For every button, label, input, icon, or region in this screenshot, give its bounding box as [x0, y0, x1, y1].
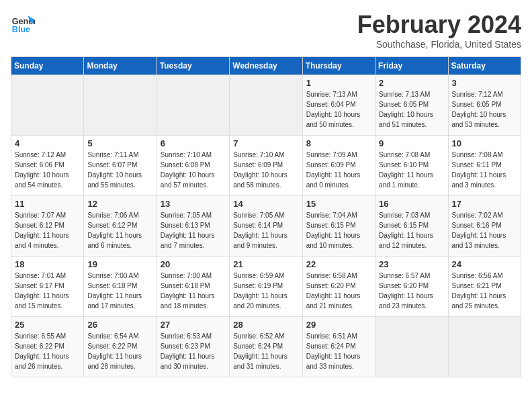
col-wednesday: Wednesday [230, 57, 302, 75]
day-number: 17 [452, 199, 517, 209]
day-number: 1 [306, 78, 371, 88]
day-number: 19 [87, 259, 152, 269]
calendar-cell [11, 75, 84, 136]
day-number: 25 [15, 320, 80, 330]
day-info: Sunrise: 6:59 AM Sunset: 6:19 PM Dayligh… [233, 271, 298, 311]
col-sunday: Sunday [11, 57, 84, 75]
calendar-cell: 9Sunrise: 7:08 AM Sunset: 6:10 PM Daylig… [375, 136, 448, 196]
day-number: 7 [233, 138, 298, 148]
calendar-cell [448, 317, 521, 377]
calendar-cell: 16Sunrise: 7:03 AM Sunset: 6:15 PM Dayli… [375, 196, 448, 257]
calendar-cell: 15Sunrise: 7:04 AM Sunset: 6:15 PM Dayli… [302, 196, 375, 257]
day-number: 13 [161, 199, 226, 209]
calendar-cell: 13Sunrise: 7:05 AM Sunset: 6:13 PM Dayli… [157, 196, 229, 257]
day-info: Sunrise: 6:56 AM Sunset: 6:21 PM Dayligh… [452, 271, 517, 311]
calendar-week-row: 25Sunrise: 6:55 AM Sunset: 6:22 PM Dayli… [11, 317, 521, 377]
day-info: Sunrise: 7:04 AM Sunset: 6:15 PM Dayligh… [306, 210, 371, 250]
day-number: 10 [452, 138, 517, 148]
day-number: 2 [379, 78, 444, 88]
day-number: 23 [379, 259, 444, 269]
calendar-header-row: Sunday Monday Tuesday Wednesday Thursday… [11, 57, 521, 75]
day-info: Sunrise: 6:57 AM Sunset: 6:20 PM Dayligh… [379, 271, 444, 311]
day-info: Sunrise: 7:02 AM Sunset: 6:16 PM Dayligh… [452, 210, 517, 250]
calendar-cell: 25Sunrise: 6:55 AM Sunset: 6:22 PM Dayli… [11, 317, 84, 377]
day-info: Sunrise: 6:53 AM Sunset: 6:23 PM Dayligh… [161, 331, 226, 371]
calendar-cell [157, 75, 229, 136]
day-info: Sunrise: 6:51 AM Sunset: 6:24 PM Dayligh… [306, 331, 371, 371]
day-info: Sunrise: 6:52 AM Sunset: 6:24 PM Dayligh… [233, 331, 298, 371]
calendar-week-row: 11Sunrise: 7:07 AM Sunset: 6:12 PM Dayli… [11, 196, 521, 257]
calendar-cell: 1Sunrise: 7:13 AM Sunset: 6:04 PM Daylig… [302, 75, 375, 136]
day-number: 18 [15, 259, 80, 269]
day-number: 28 [233, 320, 298, 330]
day-info: Sunrise: 7:08 AM Sunset: 6:10 PM Dayligh… [379, 150, 444, 190]
calendar-cell: 29Sunrise: 6:51 AM Sunset: 6:24 PM Dayli… [302, 317, 375, 377]
calendar-cell: 27Sunrise: 6:53 AM Sunset: 6:23 PM Dayli… [157, 317, 229, 377]
day-number: 8 [306, 138, 371, 148]
calendar-cell: 8Sunrise: 7:09 AM Sunset: 6:09 PM Daylig… [302, 136, 375, 196]
calendar-cell [375, 317, 448, 377]
day-number: 22 [306, 259, 371, 269]
day-number: 14 [233, 199, 298, 209]
day-number: 9 [379, 138, 444, 148]
calendar-cell: 10Sunrise: 7:08 AM Sunset: 6:11 PM Dayli… [448, 136, 521, 196]
day-info: Sunrise: 7:13 AM Sunset: 6:05 PM Dayligh… [379, 89, 444, 130]
calendar-cell: 26Sunrise: 6:54 AM Sunset: 6:22 PM Dayli… [84, 317, 157, 377]
day-info: Sunrise: 6:54 AM Sunset: 6:22 PM Dayligh… [87, 331, 152, 371]
day-info: Sunrise: 7:05 AM Sunset: 6:14 PM Dayligh… [233, 210, 298, 250]
calendar-cell: 11Sunrise: 7:07 AM Sunset: 6:12 PM Dayli… [11, 196, 84, 257]
title-area: February 2024 Southchase, Florida, Unite… [357, 11, 521, 50]
calendar-cell: 17Sunrise: 7:02 AM Sunset: 6:16 PM Dayli… [448, 196, 521, 257]
day-info: Sunrise: 7:01 AM Sunset: 6:17 PM Dayligh… [15, 271, 80, 311]
col-thursday: Thursday [302, 57, 375, 75]
day-info: Sunrise: 7:12 AM Sunset: 6:05 PM Dayligh… [452, 89, 517, 130]
day-number: 4 [15, 138, 80, 148]
calendar-cell: 2Sunrise: 7:13 AM Sunset: 6:05 PM Daylig… [375, 75, 448, 136]
col-friday: Friday [375, 57, 448, 75]
calendar-cell: 4Sunrise: 7:12 AM Sunset: 6:06 PM Daylig… [11, 136, 84, 196]
day-number: 5 [87, 138, 152, 148]
calendar-cell: 5Sunrise: 7:11 AM Sunset: 6:07 PM Daylig… [84, 136, 157, 196]
day-number: 15 [306, 199, 371, 209]
day-info: Sunrise: 7:13 AM Sunset: 6:04 PM Dayligh… [306, 89, 371, 130]
calendar-week-row: 18Sunrise: 7:01 AM Sunset: 6:17 PM Dayli… [11, 257, 521, 317]
calendar-cell: 21Sunrise: 6:59 AM Sunset: 6:19 PM Dayli… [230, 257, 302, 317]
calendar-cell [230, 75, 302, 136]
day-info: Sunrise: 7:08 AM Sunset: 6:11 PM Dayligh… [452, 150, 517, 190]
logo: General Blue [11, 11, 35, 35]
svg-text:Blue: Blue [12, 25, 30, 34]
day-number: 24 [452, 259, 517, 269]
day-number: 26 [87, 320, 152, 330]
day-info: Sunrise: 6:58 AM Sunset: 6:20 PM Dayligh… [306, 271, 371, 311]
calendar-cell: 6Sunrise: 7:10 AM Sunset: 6:08 PM Daylig… [157, 136, 229, 196]
calendar-cell: 28Sunrise: 6:52 AM Sunset: 6:24 PM Dayli… [230, 317, 302, 377]
day-number: 20 [161, 259, 226, 269]
day-info: Sunrise: 7:07 AM Sunset: 6:12 PM Dayligh… [15, 210, 80, 250]
calendar-subtitle: Southchase, Florida, United States [357, 39, 521, 50]
calendar-cell: 20Sunrise: 7:00 AM Sunset: 6:18 PM Dayli… [157, 257, 229, 317]
day-number: 16 [379, 199, 444, 209]
calendar-week-row: 1Sunrise: 7:13 AM Sunset: 6:04 PM Daylig… [11, 75, 521, 136]
calendar-cell: 7Sunrise: 7:10 AM Sunset: 6:09 PM Daylig… [230, 136, 302, 196]
day-number: 27 [161, 320, 226, 330]
day-number: 21 [233, 259, 298, 269]
day-number: 12 [87, 199, 152, 209]
calendar-cell: 3Sunrise: 7:12 AM Sunset: 6:05 PM Daylig… [448, 75, 521, 136]
day-info: Sunrise: 7:00 AM Sunset: 6:18 PM Dayligh… [161, 271, 226, 311]
col-tuesday: Tuesday [157, 57, 229, 75]
day-number: 11 [15, 199, 80, 209]
calendar-cell: 23Sunrise: 6:57 AM Sunset: 6:20 PM Dayli… [375, 257, 448, 317]
col-monday: Monday [84, 57, 157, 75]
calendar-cell: 22Sunrise: 6:58 AM Sunset: 6:20 PM Dayli… [302, 257, 375, 317]
calendar-title: February 2024 [357, 11, 521, 39]
calendar-week-row: 4Sunrise: 7:12 AM Sunset: 6:06 PM Daylig… [11, 136, 521, 196]
calendar-cell: 18Sunrise: 7:01 AM Sunset: 6:17 PM Dayli… [11, 257, 84, 317]
day-info: Sunrise: 7:12 AM Sunset: 6:06 PM Dayligh… [15, 150, 80, 190]
day-info: Sunrise: 7:10 AM Sunset: 6:09 PM Dayligh… [233, 150, 298, 190]
calendar-cell [84, 75, 157, 136]
calendar-cell: 14Sunrise: 7:05 AM Sunset: 6:14 PM Dayli… [230, 196, 302, 257]
day-info: Sunrise: 7:05 AM Sunset: 6:13 PM Dayligh… [161, 210, 226, 250]
day-info: Sunrise: 7:09 AM Sunset: 6:09 PM Dayligh… [306, 150, 371, 190]
day-number: 6 [161, 138, 226, 148]
day-info: Sunrise: 7:06 AM Sunset: 6:12 PM Dayligh… [87, 210, 152, 250]
